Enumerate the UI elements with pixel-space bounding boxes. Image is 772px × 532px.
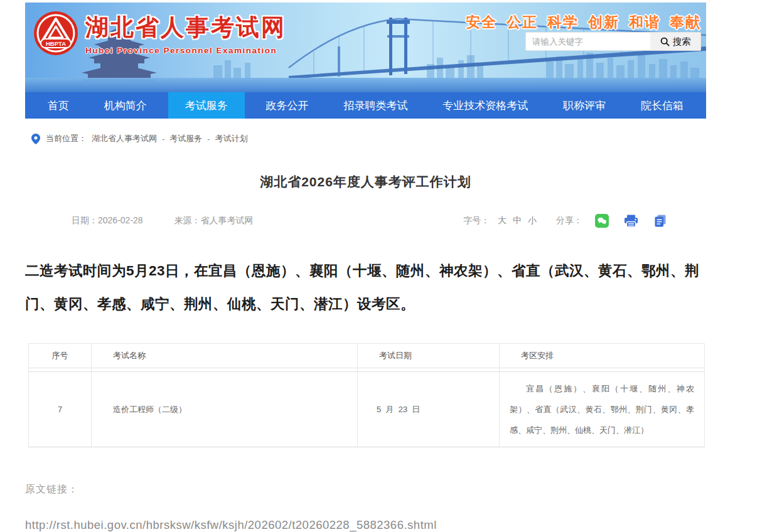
slogan-word: 奉献 [670,13,701,32]
article-source: 省人事考试网 [201,215,254,225]
cell-exam-name: 造价工程师（二级） [92,372,358,447]
col-header-exam-date: 考试日期 [358,344,500,368]
slogan-word: 和谐 [629,13,660,32]
fontsize-label: 字号： [463,215,490,226]
breadcrumb-item-section[interactable]: 考试服务 [169,133,202,144]
article-date: 2026-02-28 [98,215,143,225]
breadcrumb-label: 当前位置： [46,133,87,144]
site-title: 湖北省人事考试网 [85,12,286,43]
nav-item-professional-qualification[interactable]: 专业技术资格考试 [429,92,542,119]
location-pin-icon [31,134,40,144]
cell-region: 宜昌（恩施）、襄阳（十堰、随州、神农架）、省直（武汉、黄石、鄂州、荆门、黄冈、孝… [500,372,705,447]
fontsize-medium-button[interactable]: 中 [513,215,522,225]
slogan: 安全 公正 科学 创新 和谐 奉献 [466,13,701,32]
hbpta-badge-icon: HBPTA [33,10,79,56]
slogan-word: 创新 [588,13,619,32]
original-link-url[interactable]: http://rst.hubei.gov.cn/hbrsksw/ksfw/ksj… [25,518,706,532]
slogan-word: 科学 [547,13,579,32]
breadcrumb-item-page[interactable]: 考试计划 [215,133,248,144]
slogan-word: 安全 [466,13,497,32]
slogan-word: 公正 [507,13,538,32]
site-banner: HBPTA 湖北省人事考试网 Hubei Province Personnel … [25,3,706,92]
search-button[interactable]: 搜索 [650,33,700,50]
fontsize-large-button[interactable]: 大 [498,215,507,225]
breadcrumb-item-site[interactable]: 湖北省人事考试网 [92,133,157,144]
nav-item-home[interactable]: 首页 [34,92,83,119]
search-input[interactable] [526,33,650,50]
site-subtitle: Hubei Province Personnel Examination [85,46,286,55]
col-header-exam-name: 考试名称 [92,344,358,368]
main-nav: 首页 机构简介 考试服务 政务公开 招录聘类考试 专业技术资格考试 职称评审 院… [25,92,706,119]
cell-no: 7 [29,372,92,447]
nav-item-director-mailbox[interactable]: 院长信箱 [627,92,697,119]
magnifier-icon [660,37,670,46]
copy-link-icon[interactable] [653,214,667,228]
fontsize-small-button[interactable]: 小 [528,215,537,225]
page: HBPTA 湖北省人事考试网 Hubei Province Personnel … [25,3,706,532]
search-button-label: 搜索 [673,36,691,48]
breadcrumb-separator: - [207,134,210,144]
exam-plan-table: 序号 考试名称 考试日期 考区安排 7 造价工程师（二级） 5 月 23 日 宜… [28,343,705,447]
table-row: 7 造价工程师（二级） 5 月 23 日 宜昌（恩施）、襄阳（十堰、随州、神农架… [29,372,705,447]
source-label: 来源： [174,215,201,225]
nav-item-exam-services[interactable]: 考试服务 [168,92,245,119]
breadcrumb-separator: - [162,134,164,144]
nav-item-recruitment-exams[interactable]: 招录聘类考试 [330,92,421,119]
article-body-paragraph: 二造考试时间为5月23日，在宜昌（恩施）、襄阳（十堰、随州、神农架）、省直（武汉… [25,254,706,321]
date-label: 日期： [72,215,98,225]
nav-item-title-review[interactable]: 职称评审 [549,92,619,119]
nav-item-about[interactable]: 机构简介 [90,92,161,119]
col-header-no: 序号 [29,344,92,368]
table-header-row: 序号 考试名称 考试日期 考区安排 [29,344,705,368]
cell-exam-date: 5 月 23 日 [358,372,500,447]
original-link-label: 原文链接： [25,483,706,496]
article-meta: 日期：2026-02-28 来源：省人事考试网 字号： 大 中 小 分享： [25,214,706,228]
svg-text:HBPTA: HBPTA [46,40,66,47]
share-label: 分享： [556,215,582,226]
breadcrumb: 当前位置： 湖北省人事考试网 - 考试服务 - 考试计划 [31,133,706,144]
col-header-region: 考区安排 [500,344,705,368]
search-bar: 搜索 [525,32,701,51]
printer-icon[interactable] [624,214,638,228]
article-title: 湖北省2026年度人事考评工作计划 [25,173,706,191]
site-logo[interactable]: HBPTA 湖北省人事考试网 Hubei Province Personnel … [33,10,286,56]
nav-item-gov-affairs[interactable]: 政务公开 [252,92,323,119]
wechat-share-icon[interactable] [595,214,609,228]
